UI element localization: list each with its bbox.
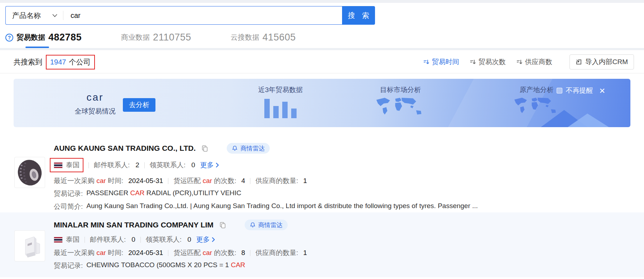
close-icon[interactable]: ✕ — [599, 87, 605, 95]
product-thumbnail[interactable] — [14, 230, 45, 261]
divider — [168, 178, 168, 184]
chevron-right-icon — [212, 237, 215, 242]
email-contacts-value: 0 — [131, 236, 135, 244]
linkedin-contacts-value: 0 — [191, 161, 195, 169]
email-contacts-value: 2 — [135, 161, 139, 169]
company-title-row: MINALAR MIN SAN TRADING COMPANY LIM 商情雷达 — [54, 212, 644, 230]
badge-label: 商情雷达 — [258, 221, 283, 229]
search-input[interactable] — [63, 11, 342, 20]
purchase-date-value: 2024-05-31 — [128, 177, 163, 185]
company-stats-row: 最近一次采购 car 时间: 2024-05-31 货运匹配 car 的次数: … — [54, 176, 644, 186]
trade-chart-section: 近3年贸易数据 — [250, 85, 311, 118]
dismiss-checkbox[interactable] — [557, 88, 562, 93]
more-link[interactable]: 更多 — [196, 235, 215, 244]
trade-record-label: 贸易记录: — [54, 261, 83, 270]
country-annotation-box: 泰国 — [50, 158, 83, 172]
found-prefix: 共搜索到 — [14, 57, 42, 67]
found-suffix: 个公司 — [69, 57, 91, 67]
trade-record-content: PASSENGER CAR RADIAL (PCR),UTILITY VEHIC — [86, 189, 241, 198]
banner-subtitle: 全球贸易情况 — [71, 107, 119, 116]
search-button[interactable]: 搜 索 — [342, 6, 375, 25]
purchase-label: 最近一次采购 car 时间: — [54, 248, 123, 258]
divider — [250, 178, 250, 184]
tab-count: 482785 — [48, 32, 82, 43]
tab-cloud-search-data[interactable]: 云搜数据 415605 — [231, 32, 296, 48]
radar-bell-icon — [232, 145, 238, 151]
sort-trade-time[interactable]: 贸易时间 — [423, 57, 459, 67]
tab-count: 415605 — [263, 32, 296, 43]
tab-count: 2110755 — [153, 32, 191, 43]
bar — [273, 106, 279, 118]
banner-bar-chart — [250, 97, 311, 118]
company-intro-label: 公司简介: — [54, 202, 83, 211]
keyword-highlight: car — [96, 249, 106, 256]
supplier-label: 供应商的数量: — [255, 248, 298, 258]
email-contacts-label: 邮件联系人: — [90, 235, 126, 244]
company-name[interactable]: MINALAR MIN SAN TRADING COMPANY LIM — [54, 221, 213, 229]
trade-record-label: 贸易记录: — [54, 189, 83, 198]
product-thumbnail[interactable] — [14, 157, 45, 188]
business-radar-badge[interactable]: 商情雷达 — [227, 143, 270, 154]
linkedin-contacts-label: 领英联系人: — [150, 160, 186, 170]
divider — [144, 162, 145, 168]
import-crm-label: 导入内部CRM — [585, 57, 628, 67]
sort-label: 供应商数 — [525, 57, 552, 67]
keyword-highlight: car — [203, 249, 212, 256]
supplier-count-value: 1 — [303, 177, 307, 185]
divider — [0, 73, 644, 73]
results-toolbar: 共搜索到 1947 个公司 贸易时间 贸易次数 供应商数 导入内部CRM — [0, 50, 644, 73]
company-result-row: AUNG KAUNG SAN TRADING CO., LTD. 商情雷达 泰国… — [0, 127, 644, 212]
sort-trade-count[interactable]: 贸易次数 — [470, 57, 506, 67]
help-question-icon[interactable]: ? — [5, 34, 13, 42]
tab-business-data[interactable]: 商业数据 2110755 — [121, 32, 191, 48]
divider — [85, 237, 85, 243]
company-result-row: MINALAR MIN SAN TRADING COMPANY LIM 商情雷达… — [0, 212, 644, 277]
sort-controls: 贸易时间 贸易次数 供应商数 导入内部CRM — [423, 54, 634, 69]
bar — [282, 102, 288, 118]
target-market-label: 目标市场分析 — [366, 85, 434, 95]
badge-label: 商情雷达 — [240, 144, 265, 153]
import-crm-button[interactable]: 导入内部CRM — [569, 54, 634, 69]
linkedin-contacts-value: 0 — [187, 236, 191, 244]
keyword-highlight: car — [96, 177, 106, 184]
found-count: 1947 — [50, 58, 66, 66]
supplier-count-value: 1 — [303, 249, 307, 257]
email-contacts-label: 邮件联系人: — [94, 160, 130, 170]
results-count-annotation-box: 1947 个公司 — [46, 55, 95, 69]
search-header: 产品名称 搜 索 ? 贸易数据 482785 商业数据 2110755 云搜数据… — [0, 3, 644, 48]
divider — [168, 250, 168, 256]
purchase-date-value: 2024-05-31 — [128, 249, 163, 257]
company-stats-row: 最近一次采购 car 时间: 2024-05-31 货运匹配 car 的次数: … — [54, 248, 644, 258]
sort-icon — [470, 59, 476, 65]
sort-label: 贸易次数 — [479, 57, 506, 67]
keyword-highlight: CAR — [130, 189, 144, 197]
analyze-button[interactable]: 去分析 — [123, 98, 155, 112]
copy-icon[interactable] — [201, 145, 208, 152]
company-name[interactable]: AUNG KAUNG SAN TRADING CO., LTD. — [54, 144, 196, 153]
company-meta-row: 泰国 邮件联系人: 2 领英联系人: 0 更多 — [54, 158, 644, 172]
more-link[interactable]: 更多 — [200, 160, 219, 170]
search-category-select[interactable]: 产品名称 — [6, 11, 63, 20]
divider — [250, 250, 250, 256]
import-icon — [576, 59, 582, 65]
bar — [291, 109, 297, 118]
chevron-right-icon — [216, 163, 219, 168]
company-intro-row: 公司简介: Aung Kaung San Trading Co.,Ltd. | … — [54, 202, 644, 211]
tab-trade-data[interactable]: ? 贸易数据 482785 — [5, 32, 82, 48]
divider — [140, 237, 141, 243]
linkedin-contacts-label: 领英联系人: — [146, 235, 182, 244]
purchase-label: 最近一次采购 car 时间: — [54, 176, 123, 186]
sort-supplier-count[interactable]: 供应商数 — [516, 57, 552, 67]
keyword-highlight: car — [203, 177, 212, 184]
copy-icon[interactable] — [219, 222, 226, 229]
more-label: 更多 — [200, 160, 214, 170]
data-source-tabs: ? 贸易数据 482785 商业数据 2110755 云搜数据 415605 — [5, 32, 644, 48]
browser-edge-strip — [0, 0, 644, 3]
radar-bell-icon — [250, 222, 256, 228]
sort-icon — [516, 59, 523, 65]
freight-count-value: 4 — [241, 177, 245, 185]
company-meta-row: 泰国 邮件联系人: 0 领英联系人: 0 更多 — [54, 235, 644, 244]
results-count-text: 共搜索到 1947 个公司 — [14, 55, 95, 69]
freight-label: 货运匹配 car 的次数: — [173, 248, 236, 258]
business-radar-badge[interactable]: 商情雷达 — [245, 220, 288, 230]
